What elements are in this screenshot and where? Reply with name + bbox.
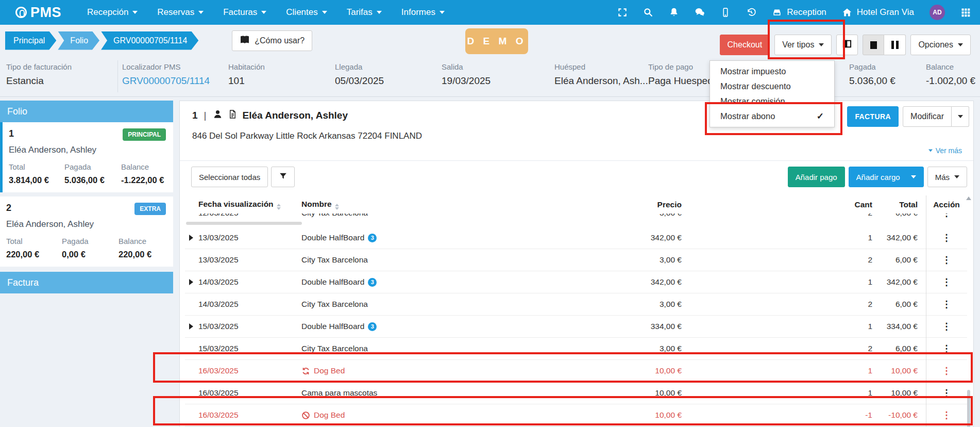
- scrollbar-thumb[interactable]: [967, 390, 970, 427]
- chevron-down-icon: [261, 11, 266, 14]
- principal-badge: PRINCIPAL: [123, 128, 166, 141]
- user-avatar[interactable]: AD: [930, 5, 945, 20]
- row-actions-kebab[interactable]: ⋮: [926, 409, 967, 421]
- add-charge-button[interactable]: Añadir cargo: [849, 167, 924, 187]
- checkout-button[interactable]: Checkout: [720, 35, 770, 55]
- row-actions-kebab[interactable]: ⋮: [926, 387, 967, 399]
- more-button[interactable]: Más: [927, 167, 967, 187]
- row-actions-kebab[interactable]: ⋮: [926, 232, 967, 243]
- hotel-switcher[interactable]: Hotel Gran Via: [842, 7, 914, 18]
- history-icon[interactable]: [746, 7, 756, 18]
- select-all-button[interactable]: Seleccionar todas: [191, 167, 268, 187]
- chevron-down-icon: [911, 175, 916, 178]
- header-cant[interactable]: Cant: [688, 200, 878, 209]
- ver-tipos-button[interactable]: Ver tipos: [774, 35, 832, 55]
- table-row[interactable]: 15/03/2025 Double HalfBoard3 334,00 € 1 …: [185, 316, 967, 338]
- chevron-down-icon: [377, 11, 382, 14]
- chevron-down-icon: [954, 175, 959, 178]
- chevron-down-icon: [322, 11, 327, 14]
- menu-tarifas[interactable]: Tarifas: [340, 3, 389, 22]
- reception-switcher[interactable]: Reception: [772, 7, 826, 18]
- table-row-cancelled[interactable]: 16/03/2025 Dog Bed 10,00 € -1 -10,00 € ⋮: [185, 404, 967, 426]
- divider: [117, 60, 118, 92]
- menu-recepcion[interactable]: Recepción: [80, 3, 145, 22]
- charges-table: Fecha visualización Nombre Precio Cant T…: [185, 195, 967, 426]
- modificar-button[interactable]: Modificar: [903, 106, 952, 127]
- row-actions-kebab[interactable]: ⋮: [926, 213, 967, 219]
- sort-icon: [277, 204, 281, 210]
- horizontal-scrollbar[interactable]: [186, 222, 302, 225]
- breadcrumb-folio[interactable]: Folio: [58, 31, 99, 50]
- expand-caret-icon[interactable]: [189, 323, 193, 330]
- menu-clientes[interactable]: Clientes: [279, 3, 334, 22]
- folio-item-2[interactable]: 2 EXTRA Eléa Anderson, Ashley Total Paga…: [0, 196, 173, 267]
- pms-logo[interactable]: PMS: [15, 5, 61, 21]
- chat-icon[interactable]: [695, 7, 705, 18]
- table-row[interactable]: 15/03/2025 City Tax Barcelona 3,00 € 2 6…: [185, 338, 967, 360]
- row-actions-kebab[interactable]: ⋮: [926, 343, 967, 354]
- how-to-use-button[interactable]: ¿Cómo usar?: [232, 30, 312, 51]
- table-row[interactable]: 13/03/2025 Double HalfBoard3 342,00 € 1 …: [185, 227, 967, 249]
- square-icon: [870, 41, 877, 49]
- menu-item-mostrar-impuesto[interactable]: Mostrar impuesto: [710, 64, 834, 79]
- modificar-dropdown-toggle[interactable]: [952, 106, 969, 127]
- ver-mas-link[interactable]: Ver más: [928, 146, 962, 155]
- guest-person-icon[interactable]: [213, 109, 223, 122]
- sort-icon: [335, 204, 339, 210]
- field-tipo-pago: Tipo de pago Paga Huesped: [648, 62, 715, 87]
- sidebar-factura-header[interactable]: Factura: [0, 272, 173, 293]
- breadcrumb-principal[interactable]: Principal: [5, 31, 56, 50]
- row-actions-kebab[interactable]: ⋮: [926, 276, 967, 288]
- breadcrumb-locator[interactable]: GRV00000705/1114: [101, 31, 198, 50]
- table-row-refund[interactable]: 16/03/2025 Dog Bed 10,00 € 1 10,00 € ⋮: [185, 360, 967, 382]
- folio-item-1[interactable]: 1 PRINCIPAL Eléa Anderson, Ashley Total …: [0, 122, 173, 192]
- fullscreen-icon[interactable]: [617, 7, 628, 18]
- add-payment-button[interactable]: Añadir pago: [788, 167, 845, 187]
- table-row[interactable]: 16/03/2025 Cama para mascotas 10,00 € 1 …: [185, 382, 967, 404]
- header-fecha[interactable]: Fecha visualización: [198, 200, 301, 210]
- check-icon: ✓: [817, 111, 824, 122]
- row-actions-kebab[interactable]: ⋮: [926, 299, 967, 310]
- guest-document-icon[interactable]: [228, 109, 238, 122]
- header-nombre[interactable]: Nombre: [301, 200, 605, 210]
- menu-reservas[interactable]: Reservas: [150, 3, 211, 22]
- field-tipo-facturacion: Tipo de facturación Estancia: [6, 62, 72, 87]
- filter-button[interactable]: [271, 167, 295, 187]
- factura-button[interactable]: FACTURA: [847, 106, 899, 127]
- header-accion: Acción: [926, 200, 967, 209]
- menu-informes[interactable]: Informes: [394, 3, 452, 22]
- menu-item-mostrar-abono[interactable]: Mostrar abono ✓: [710, 109, 834, 124]
- ver-tipos-dropdown-menu: Mostrar impuesto Mostrar descuento Mostr…: [709, 60, 835, 127]
- opciones-button[interactable]: Opciones: [910, 35, 971, 55]
- folio-guest-name: Eléa Anderson, Ashley: [9, 145, 166, 155]
- breadcrumb: Principal Folio GRV00000705/1114: [5, 31, 200, 50]
- row-actions-kebab[interactable]: ⋮: [926, 365, 967, 376]
- apps-grid-icon[interactable]: [960, 7, 971, 18]
- table-scrollbar[interactable]: [966, 196, 971, 425]
- row-actions-kebab[interactable]: ⋮: [926, 321, 967, 332]
- notifications-bell-icon[interactable]: [669, 7, 679, 18]
- columns-view-button[interactable]: [836, 35, 858, 55]
- table-row[interactable]: 12/03/2025 City Tax Barcelona 3,00 € 2 6…: [185, 213, 967, 224]
- mobile-icon[interactable]: [720, 7, 731, 18]
- single-pane-button[interactable]: [863, 35, 884, 55]
- charges-controls: Seleccionar todas Añadir pago Añadir car…: [191, 167, 967, 187]
- menu-facturas[interactable]: Facturas: [216, 3, 274, 22]
- scrollbar-up-arrow[interactable]: [966, 196, 971, 200]
- layout-toggle-group: [863, 35, 906, 55]
- search-icon[interactable]: [643, 7, 653, 18]
- expand-caret-icon[interactable]: [189, 279, 193, 285]
- header-precio[interactable]: Precio: [605, 200, 688, 209]
- table-row[interactable]: 14/03/2025 Double HalfBoard3 342,00 € 1 …: [185, 271, 967, 293]
- split-pane-button[interactable]: [884, 35, 906, 55]
- table-row[interactable]: 14/03/2025 City Tax Barcelona 3,00 € 2 6…: [185, 293, 967, 316]
- chevron-down-icon: [958, 43, 963, 46]
- expand-caret-icon[interactable]: [189, 235, 193, 241]
- row-actions-kebab[interactable]: ⋮: [926, 254, 967, 266]
- header-total[interactable]: Total: [878, 200, 926, 209]
- table-row[interactable]: 13/03/2025 City Tax Barcelona 3,00 € 2 6…: [185, 249, 967, 271]
- field-localizador: Localizador PMS GRV00000705/1114: [122, 62, 210, 87]
- localizador-link[interactable]: GRV00000705/1114: [122, 75, 210, 87]
- menu-item-mostrar-descuento[interactable]: Mostrar descuento: [710, 79, 834, 94]
- menu-item-mostrar-comision[interactable]: Mostrar comisión: [710, 94, 834, 109]
